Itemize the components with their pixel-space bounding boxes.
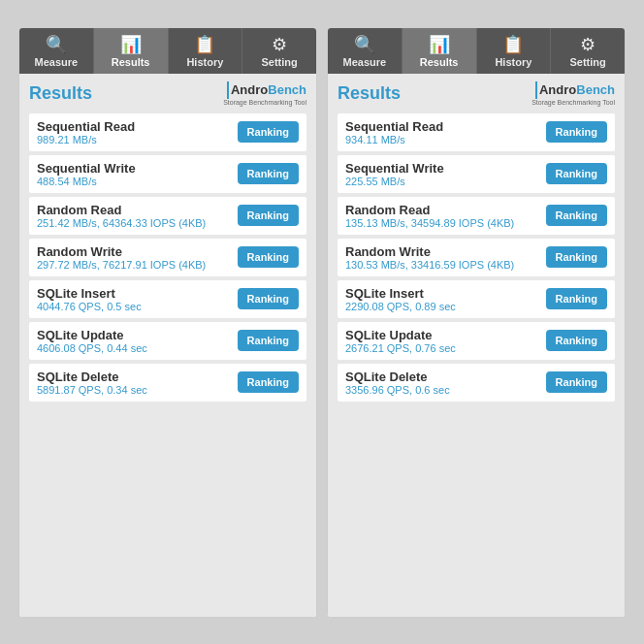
ranking-button[interactable]: Ranking: [238, 205, 299, 226]
bench-info: Sequential Read934.11 MB/s: [345, 119, 443, 145]
bench-row: Random Write130.53 MB/s, 33416.59 IOPS (…: [338, 239, 615, 276]
bench-name: Sequential Read: [345, 119, 443, 134]
bench-value: 4044.76 QPS, 0.5 sec: [37, 301, 142, 312]
bench-value: 130.53 MB/s, 33416.59 IOPS (4KB): [345, 259, 514, 271]
bench-row: SQLite Insert4044.76 QPS, 0.5 secRanking: [29, 280, 306, 318]
nav-label-history: History: [186, 56, 223, 68]
bench-name: SQLite Insert: [345, 286, 456, 301]
ranking-button[interactable]: Ranking: [546, 121, 607, 143]
bench-row: Random Read135.13 MB/s, 34594.89 IOPS (4…: [338, 197, 615, 235]
content-area: ResultsAndroBenchStorage Benchmarking To…: [328, 74, 625, 617]
nav-item-setting[interactable]: ⚙Setting: [242, 28, 316, 74]
bench-info: Sequential Read989.21 MB/s: [37, 119, 135, 145]
nav-label-results: Results: [112, 56, 150, 68]
history-icon: 📋: [194, 36, 215, 53]
bench-info: SQLite Update2676.21 QPS, 0.76 sec: [345, 328, 456, 354]
nav-label-measure: Measure: [35, 56, 79, 68]
bench-row: SQLite Insert2290.08 QPS, 0.89 secRankin…: [338, 280, 615, 318]
bench-value: 4606.08 QPS, 0.44 sec: [37, 342, 147, 354]
bench-info: Random Read251.42 MB/s, 64364.33 IOPS (4…: [37, 203, 206, 229]
logo-sub: Storage Benchmarking Tool: [223, 99, 306, 106]
bench-row: Sequential Read934.11 MB/sRanking: [338, 113, 615, 151]
bench-info: Random Read135.13 MB/s, 34594.89 IOPS (4…: [345, 203, 514, 229]
history-icon: 📋: [502, 36, 524, 53]
ranking-button[interactable]: Ranking: [546, 330, 607, 351]
ranking-button[interactable]: Ranking: [546, 288, 607, 309]
ranking-button[interactable]: Ranking: [238, 371, 299, 393]
bench-name: SQLite Delete: [37, 370, 147, 384]
ranking-button[interactable]: Ranking: [238, 330, 299, 351]
ranking-button[interactable]: Ranking: [238, 246, 299, 268]
nav-label-history: History: [495, 56, 531, 68]
logo-bar: [535, 81, 537, 99]
nav-bar: 🔍Measure📊Results📋History⚙Setting: [19, 28, 316, 74]
nav-item-results[interactable]: 📊Results: [94, 28, 169, 74]
setting-icon: ⚙: [272, 36, 287, 53]
logo-text: AndroBench: [231, 82, 306, 97]
bench-value: 2290.08 QPS, 0.89 sec: [345, 301, 456, 312]
bench-value: 135.13 MB/s, 34594.89 IOPS (4KB): [345, 217, 514, 229]
nav-label-setting: Setting: [261, 56, 297, 68]
bench-name: SQLite Insert: [37, 286, 142, 301]
bench-name: SQLite Update: [37, 328, 147, 342]
bench-info: SQLite Delete5891.87 QPS, 0.34 sec: [37, 370, 147, 396]
ranking-button[interactable]: Ranking: [238, 288, 299, 309]
bench-info: Sequential Write488.54 MB/s: [37, 161, 136, 187]
results-header: ResultsAndroBenchStorage Benchmarking To…: [29, 81, 306, 106]
bench-value: 2676.21 QPS, 0.76 sec: [345, 342, 456, 354]
nav-item-measure[interactable]: 🔍Measure: [19, 28, 94, 74]
phone-panel-right: 🔍Measure📊Results📋History⚙SettingResultsA…: [327, 27, 626, 618]
bench-row: Random Read251.42 MB/s, 64364.33 IOPS (4…: [29, 197, 306, 235]
nav-label-setting: Setting: [569, 56, 605, 68]
nav-bar: 🔍Measure📊Results📋History⚙Setting: [328, 28, 625, 74]
bench-value: 989.21 MB/s: [37, 134, 135, 145]
measure-icon: 🔍: [46, 36, 67, 53]
setting-icon: ⚙: [580, 36, 596, 53]
bench-info: SQLite Update4606.08 QPS, 0.44 sec: [37, 328, 147, 354]
content-area: ResultsAndroBenchStorage Benchmarking To…: [19, 74, 316, 617]
bench-name: SQLite Delete: [345, 370, 450, 384]
ranking-button[interactable]: Ranking: [238, 163, 299, 184]
bench-name: Random Read: [345, 203, 514, 217]
results-icon: 📊: [120, 36, 142, 53]
bench-name: Random Write: [345, 244, 514, 259]
results-title: Results: [338, 83, 401, 104]
bench-row: Random Write297.72 MB/s, 76217.91 IOPS (…: [29, 239, 306, 276]
bench-value: 3356.96 QPS, 0.6 sec: [345, 384, 450, 396]
ranking-button[interactable]: Ranking: [546, 163, 607, 184]
bench-value: 488.54 MB/s: [37, 176, 136, 187]
logo-text: AndroBench: [539, 82, 615, 97]
ranking-button[interactable]: Ranking: [238, 121, 299, 143]
nav-item-history[interactable]: 📋History: [477, 28, 552, 74]
ranking-button[interactable]: Ranking: [546, 205, 607, 226]
bench-row: SQLite Delete3356.96 QPS, 0.6 secRanking: [338, 364, 615, 402]
bench-name: Random Read: [37, 203, 206, 217]
logo-sub: Storage Benchmarking Tool: [531, 99, 615, 106]
logo-bar: [227, 81, 229, 99]
bench-value: 934.11 MB/s: [345, 134, 443, 145]
bench-row: SQLite Update4606.08 QPS, 0.44 secRankin…: [29, 322, 306, 360]
bench-info: Random Write297.72 MB/s, 76217.91 IOPS (…: [37, 244, 206, 271]
bench-name: Sequential Write: [37, 161, 136, 176]
bench-info: SQLite Insert2290.08 QPS, 0.89 sec: [345, 286, 456, 312]
bench-name: SQLite Update: [345, 328, 456, 342]
bench-name: Sequential Read: [37, 119, 135, 134]
androbench-logo: AndroBenchStorage Benchmarking Tool: [223, 81, 306, 106]
results-icon: 📊: [429, 36, 450, 53]
ranking-button[interactable]: Ranking: [546, 371, 607, 393]
bench-value: 297.72 MB/s, 76217.91 IOPS (4KB): [37, 259, 206, 271]
bench-row: Sequential Write225.55 MB/sRanking: [338, 155, 615, 193]
nav-item-measure[interactable]: 🔍Measure: [328, 28, 402, 74]
bench-name: Sequential Write: [345, 161, 444, 176]
bench-value: 251.42 MB/s, 64364.33 IOPS (4KB): [37, 217, 206, 229]
nav-item-results[interactable]: 📊Results: [402, 28, 477, 74]
nav-item-history[interactable]: 📋History: [169, 28, 243, 74]
androbench-logo: AndroBenchStorage Benchmarking Tool: [531, 81, 615, 106]
ranking-button[interactable]: Ranking: [546, 246, 607, 268]
app-container: 🔍Measure📊Results📋History⚙SettingResultsA…: [9, 17, 635, 628]
nav-item-setting[interactable]: ⚙Setting: [551, 28, 625, 74]
nav-label-results: Results: [420, 56, 459, 68]
results-header: ResultsAndroBenchStorage Benchmarking To…: [338, 81, 615, 106]
bench-row: SQLite Update2676.21 QPS, 0.76 secRankin…: [338, 322, 615, 360]
bench-row: Sequential Write488.54 MB/sRanking: [29, 155, 306, 193]
